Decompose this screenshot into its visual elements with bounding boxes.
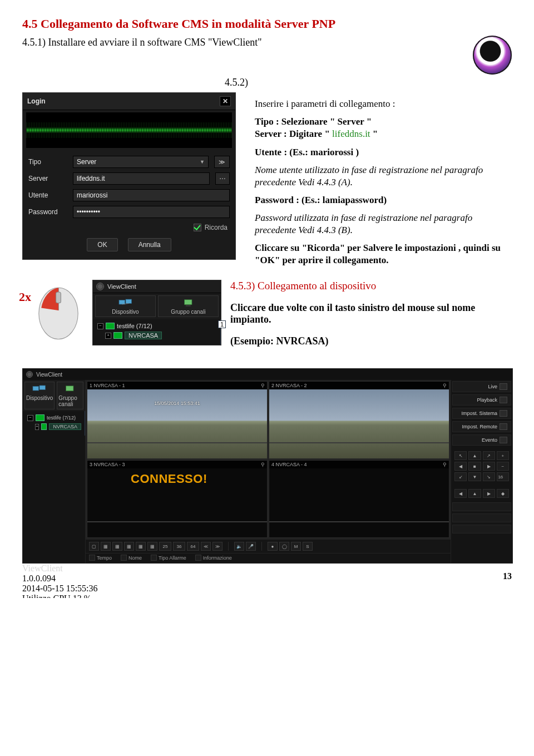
vc-toolbar: ▢ ▦ ▦ ▦ ▦ ▦ 25 36 64 ≪ ≫ 🔈 🎤 <box>86 539 451 553</box>
svg-rect-3 <box>126 299 132 304</box>
vc-node-nvrcasa-label: NVRCASA <box>49 423 81 430</box>
instr-server-a: Server : Digitare " <box>255 129 332 139</box>
layout-25-button[interactable]: 25 <box>159 542 171 551</box>
double-click-label: 2x <box>19 290 31 304</box>
right-live[interactable]: Live <box>452 381 511 392</box>
vc-tab-gruppo-label: Gruppo canali <box>58 395 82 407</box>
footer-dt: 2014-05-15 15:55:36 <box>22 584 107 594</box>
snapshot-button[interactable]: ◯ <box>279 542 289 551</box>
annulla-button[interactable]: Annulla <box>128 238 171 251</box>
ptz-zoomout-icon[interactable]: − <box>497 462 509 471</box>
ptz-right-icon[interactable]: ▶ <box>483 462 495 471</box>
zoom-icon[interactable]: ⚲ <box>261 383 265 388</box>
server-browse-button[interactable]: … <box>215 172 230 185</box>
layout-6-icon[interactable]: ▦ <box>112 542 122 551</box>
s-button[interactable]: S <box>303 542 313 551</box>
zoom-icon[interactable]: ⚲ <box>443 462 447 467</box>
layout-64-button[interactable]: 64 <box>187 542 199 551</box>
right-evento[interactable]: Evento <box>452 434 511 446</box>
cell1-osd: 15/05/2014 15:53:41 <box>154 401 200 406</box>
record-button[interactable]: ● <box>268 542 278 551</box>
tab-dispositivo[interactable]: Dispositivo <box>95 295 156 317</box>
tab-gruppo-canali[interactable]: Gruppo canali <box>158 295 219 317</box>
nav-misc-icon[interactable]: ◆ <box>497 489 509 498</box>
status-tipo-allarme: Tipo Allarme <box>159 555 186 561</box>
m-button[interactable]: M <box>291 542 301 551</box>
layout-8-icon[interactable]: ▦ <box>124 542 134 551</box>
nav-up-icon[interactable]: ▲ <box>468 489 481 498</box>
svg-rect-5 <box>184 300 192 305</box>
vc-statusbar: Tempo Nome Tipo Allarme Informazione <box>86 553 451 563</box>
ptz-zoomin-icon[interactable]: + <box>497 451 509 460</box>
expand-icon[interactable]: + <box>105 333 111 339</box>
connesso-overlay: CONNESSO! <box>131 472 207 486</box>
settings-icon <box>500 410 507 417</box>
layout-1-icon[interactable]: ▢ <box>89 542 99 551</box>
ptz-home-icon[interactable]: ■ <box>468 462 481 471</box>
ptz-nav: ◀ ▲ ▶ ◆ <box>452 487 511 500</box>
tree-node-nvrcasa-label: NVRCASA <box>125 332 162 339</box>
tipo-select-value: Server <box>77 158 96 166</box>
video-cell-1[interactable]: 1 NVRCASA - 1 ⚲ 15/05/2014 15:53:41 <box>87 381 268 459</box>
ptz-se-icon[interactable]: ↘ <box>483 472 495 481</box>
ptz-nw-icon[interactable]: ↖ <box>454 451 467 460</box>
video-cell-4[interactable]: 4 NVRCASA - 4 ⚲ <box>269 460 449 538</box>
expand-icon[interactable]: + <box>35 424 39 430</box>
tree-node-nvrcasa[interactable]: + NVRCASA <box>97 330 217 340</box>
collapse-icon[interactable]: − <box>27 415 33 421</box>
monitor-icon <box>36 414 44 421</box>
video-cell-3[interactable]: 3 NVRCASA - 3 ⚲ CONNESSO! <box>87 460 268 538</box>
layout-4-icon[interactable]: ▦ <box>101 542 111 551</box>
layout-9-icon[interactable]: ▦ <box>136 542 146 551</box>
tipo-advance-button[interactable]: ≫ <box>214 156 230 168</box>
ok-button[interactable]: OK <box>87 238 117 251</box>
password-input[interactable] <box>73 206 230 218</box>
utente-label: Utente <box>28 191 67 199</box>
video-cell-2[interactable]: 2 NVRCASA - 2 ⚲ <box>269 381 449 459</box>
ptz-pad[interactable]: ↖▲↗+ ◀■▶− ↙▼↘16 <box>452 449 511 483</box>
vc-tab-dispositivo[interactable]: Dispositivo <box>24 382 55 409</box>
close-icon[interactable]: ✕ <box>220 96 231 106</box>
zoom-icon[interactable]: ⚲ <box>261 462 265 467</box>
vc-right-panel: Live Playback Impost. Sistema Impost. Re… <box>451 380 512 563</box>
vc-tab-gruppo[interactable]: Gruppo canali <box>57 382 83 409</box>
ptz-left-icon[interactable]: ◀ <box>454 462 467 471</box>
server-input[interactable] <box>73 172 210 185</box>
next-page-button[interactable]: ≫ <box>212 542 222 551</box>
right-playback[interactable]: Playback <box>452 394 511 406</box>
footer-cpu: Utilizzo CPU 13 % <box>22 594 107 598</box>
svg-rect-8 <box>39 386 46 390</box>
prev-page-button[interactable]: ≪ <box>201 542 211 551</box>
right-impost-remote[interactable]: Impost. Remote <box>452 421 511 432</box>
collapse-icon[interactable]: − <box>97 323 103 329</box>
ptz-down-icon[interactable]: ▼ <box>468 472 481 481</box>
vc-tree-node-nvrcasa[interactable]: + NVRCASA <box>27 422 81 431</box>
tree-node-testlife-label: testlife (7/12) <box>117 323 152 329</box>
instr-utente: Utente : (Es.: mariorossi ) <box>255 147 359 157</box>
layout-16-icon[interactable]: ▦ <box>147 542 157 551</box>
right-impost-sistema[interactable]: Impost. Sistema <box>452 408 511 419</box>
ptz-ne-icon[interactable]: ↗ <box>483 451 495 460</box>
footer-ver: 1.0.0.094 <box>22 574 107 584</box>
layout-36-button[interactable]: 36 <box>173 542 185 551</box>
viewclient-main-window: ViewClient Dispositivo Gruppo canali <box>22 368 513 564</box>
zoom-icon[interactable]: ⚲ <box>443 383 447 388</box>
volume-icon[interactable]: 🔈 <box>234 542 244 551</box>
svg-rect-2 <box>119 300 125 305</box>
channel-group-icon <box>180 298 197 308</box>
nav-prev-icon[interactable]: ◀ <box>454 489 467 498</box>
cell1-title: 1 NVRCASA - 1 <box>90 383 125 388</box>
ricorda-checkbox[interactable] <box>194 224 201 231</box>
viewclient-logo-icon <box>473 36 512 75</box>
ptz-sw-icon[interactable]: ↙ <box>454 472 467 481</box>
vc-tree-node-testlife[interactable]: − testlife (7/12) <box>27 413 81 422</box>
instr-utente-note: Nome utente utilizzato in fase di regist… <box>255 164 512 189</box>
utente-input[interactable] <box>73 189 230 201</box>
svg-rect-1 <box>56 292 61 303</box>
ptz-up-icon[interactable]: ▲ <box>468 451 481 460</box>
tree-node-testlife[interactable]: − testlife (7/12) <box>97 322 217 330</box>
instr-server-link: lifeddns.it <box>332 129 370 139</box>
nav-right-icon[interactable]: ▶ <box>483 489 495 498</box>
mic-icon[interactable]: 🎤 <box>246 542 256 551</box>
tipo-select[interactable]: Server ▼ <box>73 156 209 168</box>
